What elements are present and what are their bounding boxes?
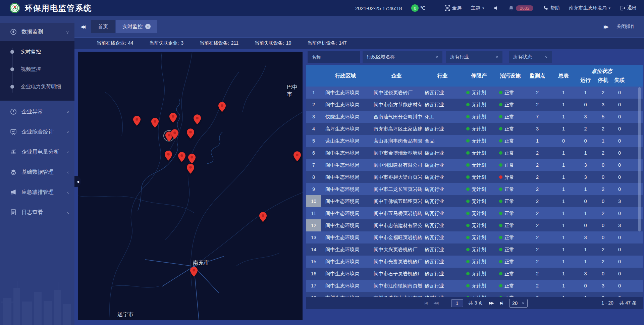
- sidebar-submenu: 实时监控视频监控企业电力负荷明细: [0, 41, 74, 101]
- row-facility-status: 正常: [496, 87, 524, 99]
- tabs-scroll-right-icon[interactable]: ▶▶: [604, 24, 607, 29]
- map-pin-icon[interactable]: [293, 151, 301, 161]
- sidebar-item-2[interactable]: 企业异常<: [0, 103, 74, 121]
- map-pin-icon[interactable]: [151, 118, 159, 128]
- close-icon[interactable]: ×: [145, 24, 151, 29]
- table-row[interactable]: 6阆中生态环境局阆中市金博瑞新型墙材砖瓦行业无计划正常21120: [306, 147, 643, 159]
- status-dot-icon: [499, 139, 502, 143]
- table-row[interactable]: 7阆中生态环境局阆中明阳建材有限公司砖瓦行业无计划正常21300: [306, 159, 643, 171]
- table-row[interactable]: 4高坪生态环境局南充市高坪区王家店建砖瓦行业无计划正常31220: [306, 123, 643, 135]
- status-dot-icon: [466, 91, 470, 94]
- table-row[interactable]: 8阆中生态环境局阆中市枣碧大梁山页岩砖瓦行业无计划异常21300: [306, 171, 643, 183]
- row-limit-status: 无计划: [462, 195, 496, 207]
- row-industry: 砖瓦行业: [423, 243, 462, 256]
- table-row[interactable]: 17阆中生态环境局阆中市江南镇阆南页岩砖瓦行业无计划正常21030: [306, 280, 643, 292]
- row-stopped: 3: [595, 99, 611, 111]
- sidebar-item-5[interactable]: 基础数据管理<: [0, 163, 74, 181]
- table-row[interactable]: 9阆中生态环境局阆中市二龙长宝页岩砖砖瓦行业无计划正常21120: [306, 183, 643, 195]
- power-analysis-icon: [10, 149, 17, 155]
- status-dot-icon: [466, 212, 470, 215]
- map-pin-icon[interactable]: [165, 151, 172, 161]
- table-row[interactable]: 10阆中生态环境局阆中千佛镇五郎垭页岩砖瓦行业无计划正常21003: [306, 195, 643, 207]
- last-page-button[interactable]: ▶|: [500, 301, 502, 305]
- table-row[interactable]: 13阆中生态环境局阆中市金福旺页岩机砖砖瓦行业无计划正常21300: [306, 231, 643, 243]
- row-region: 高坪生态环境局: [321, 123, 370, 135]
- map-pin-icon[interactable]: [187, 128, 194, 139]
- row-limit-status: 无计划: [462, 159, 496, 171]
- map-pin-icon[interactable]: [218, 102, 226, 112]
- row-index: 15: [306, 256, 321, 268]
- table-row[interactable]: 14阆中生态环境局阆中大兴页岩机砖厂砖瓦行业无计划正常21120: [306, 243, 643, 256]
- next-page-button[interactable]: ▶▶: [489, 301, 493, 305]
- tab-home[interactable]: 首页: [91, 20, 115, 33]
- name-filter-input[interactable]: [308, 51, 360, 63]
- row-company: 阆中强锐页岩砖厂: [370, 87, 423, 99]
- row-index: 7: [306, 159, 321, 171]
- map-panel[interactable]: 巴中市南充市遂宁市: [78, 52, 303, 320]
- row-running: 1: [576, 147, 595, 159]
- sidebar-item-4[interactable]: 企业用电量分析<: [0, 143, 74, 161]
- table-row[interactable]: 2阆中生态环境局阆中市南方节能建材有砖瓦行业无计划正常21030: [306, 99, 643, 111]
- page-number-input[interactable]: 1: [451, 299, 463, 307]
- page-size-select[interactable]: 20 ∨: [509, 299, 527, 308]
- row-running: 0: [576, 195, 595, 207]
- table-row[interactable]: 18南部生态环境局南部县珠华山水泥有限建材行业无计划正常21120: [306, 292, 643, 297]
- row-offline: 0: [611, 256, 628, 268]
- status-filter-select[interactable]: 所有状态 ∨: [509, 51, 552, 63]
- org-dropdown[interactable]: 南充市生态环境局▾: [569, 5, 610, 11]
- tabs-scroll-left-icon[interactable]: ◀◀: [80, 24, 84, 29]
- close-operations-dropdown[interactable]: 关闭操作: [616, 23, 635, 30]
- prev-page-button[interactable]: ◀◀: [434, 301, 438, 305]
- data-monitor-icon: [10, 29, 17, 35]
- theme-dropdown[interactable]: 主题▾: [471, 5, 484, 11]
- sound-mute-button[interactable]: [494, 5, 499, 11]
- row-meters: 1: [551, 123, 576, 135]
- row-company: 阆中市二龙长宝页岩砖: [370, 183, 423, 195]
- chevron-down-icon: ▾: [608, 6, 610, 10]
- first-page-button[interactable]: |◀: [424, 301, 427, 305]
- row-region: 阆中生态环境局: [321, 147, 370, 159]
- help-button[interactable]: 帮助: [543, 5, 559, 11]
- row-company: 阆中市五马桥页岩机砖: [370, 207, 423, 219]
- map-pin-icon[interactable]: [171, 129, 178, 139]
- row-region: 阆中生态环境局: [321, 219, 370, 231]
- notification-bell[interactable]: 2632: [508, 5, 534, 11]
- sidebar-item-1[interactable]: 数据监测∨: [0, 23, 74, 41]
- map-pin-icon[interactable]: [188, 154, 196, 164]
- sidebar-subitem-1[interactable]: 实时监控: [0, 43, 74, 60]
- map-pin-icon[interactable]: [178, 152, 185, 162]
- table-row[interactable]: 12阆中生态环境局阆中市忠信建材有限公砖瓦行业无计划正常21003: [306, 219, 643, 231]
- table-row[interactable]: 1阆中生态环境局阆中强锐页岩砖厂砖瓦行业无计划正常21120: [306, 87, 643, 99]
- map-pin-icon[interactable]: [194, 114, 201, 124]
- status-dot-icon: [499, 187, 502, 191]
- map-pin-icon[interactable]: [133, 116, 141, 126]
- region-filter-select[interactable]: 行政区域名称 ∨: [363, 51, 442, 63]
- sidebar-item-6[interactable]: 应急减排管理<: [0, 183, 74, 201]
- sidebar-item-7[interactable]: 日志查看<: [0, 203, 74, 221]
- map-pin-icon[interactable]: [169, 113, 177, 123]
- logout-button[interactable]: 退出: [620, 5, 637, 11]
- tab-realtime-monitor[interactable]: 实时监控 ×: [116, 20, 157, 33]
- row-facility-status: 正常: [496, 159, 524, 171]
- row-points: 2: [524, 243, 551, 256]
- map-pin-icon[interactable]: [259, 212, 267, 222]
- sidebar-subitem-2[interactable]: 视频监控: [0, 60, 74, 78]
- row-meters: 1: [551, 111, 576, 123]
- table-row[interactable]: 5营山生态环境局营山县润丰肉食品有限食品无计划正常10010: [306, 135, 643, 147]
- map-pin-icon[interactable]: [187, 164, 194, 174]
- table-scrollbar[interactable]: [638, 87, 641, 231]
- row-facility-status: 正常: [496, 268, 524, 280]
- table-row[interactable]: 16阆中生态环境局阆中市石子页岩机砖厂砖瓦行业无计划正常21300: [306, 268, 643, 280]
- industry-filter-select[interactable]: 所有行业 ∨: [446, 51, 502, 63]
- table-row[interactable]: 15阆中生态环境局阆中市光富页岩机砖厂砖瓦行业无计划正常21120: [306, 256, 643, 268]
- table-row[interactable]: 3仪陇生态环境局西南油气田分公司川中化工无计划正常71350: [306, 111, 643, 123]
- map-city-label: 南充市: [193, 259, 209, 266]
- sidebar-item-3[interactable]: 企业综合统计<: [0, 123, 74, 141]
- table-row[interactable]: 11阆中生态环境局阆中市五马桥页岩机砖砖瓦行业无计划正常21120: [306, 207, 643, 219]
- row-index: 11: [306, 207, 321, 219]
- fullscreen-button[interactable]: 全屏: [445, 5, 462, 11]
- map-pin-icon[interactable]: [190, 267, 198, 277]
- row-index: 10: [306, 195, 321, 207]
- sidebar-subitem-3[interactable]: 企业电力负荷明细: [0, 78, 74, 95]
- status-dot-icon: [466, 224, 470, 227]
